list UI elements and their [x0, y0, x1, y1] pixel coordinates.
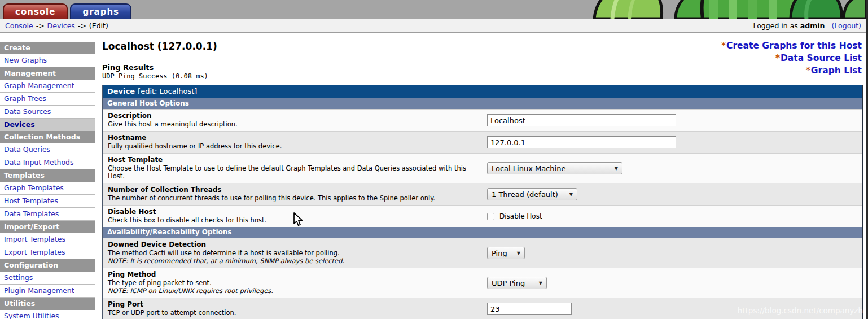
chevron-down-icon: ▼ [517, 251, 520, 256]
breadcrumb-console[interactable]: Console [5, 21, 33, 30]
select-value: Local Linux Machine [492, 164, 565, 173]
required-asterisk: * [775, 53, 780, 63]
field-label: Number of Collection Threads [108, 186, 480, 194]
sidebar-item-settings[interactable]: Settings [0, 272, 95, 285]
link-graph-list[interactable]: Graph List [811, 65, 862, 76]
disable-host-checkbox[interactable] [487, 213, 494, 220]
main-tabs: console graphs [3, 3, 134, 19]
field-description: Disable HostCheck this box to disable al… [103, 206, 485, 227]
sidebar-item-new-graphs[interactable]: New Graphs [0, 54, 95, 67]
field-help-text: Check this box to disable all checks for… [108, 216, 480, 224]
csdn-watermark: https://blog.csdn.net/companyzh [738, 306, 863, 315]
session-user: admin [800, 21, 825, 30]
sidebar-item-graph-trees[interactable]: Graph Trees [0, 93, 95, 106]
sidebar-item-graph-templates[interactable]: Graph Templates [0, 182, 95, 195]
field-help-text: Choose the Host Template to use to defin… [108, 164, 480, 180]
field-label: Description [108, 112, 480, 120]
form-row-number-of-collection-threads: Number of Collection ThreadsThe number o… [103, 183, 862, 205]
sidebar-item-plugin-management[interactable]: Plugin Management [0, 285, 95, 298]
field-description: HostnameFully qualified hostname or IP a… [103, 132, 485, 153]
field-help-text: TCP or UDP port to attempt connection. [108, 309, 480, 317]
form-row-ping-method: Ping MethodThe type of ping packet to se… [103, 268, 862, 298]
field-label: Hostname [108, 134, 480, 142]
cactus-logo-graphic [590, 0, 866, 19]
cacti-app-window: console graphs Console->Devices->(Edit) … [0, 0, 868, 319]
host-actions: *Create Graphs for this Host*Data Source… [721, 40, 862, 77]
checkbox-label: Disable Host [499, 212, 542, 220]
tab-graphs[interactable]: graphs [70, 3, 131, 19]
section-header-general-host-options: General Host Options [103, 98, 862, 109]
ping-method-select[interactable]: UDP Ping▼ [487, 277, 547, 289]
field-help-text: Give this host a meaningful description. [108, 120, 480, 128]
number-of-collection-threads-select[interactable]: 1 Thread (default)▼ [487, 188, 577, 200]
ping-port-input[interactable] [487, 303, 572, 315]
form-row-description: DescriptionGive this host a meaningful d… [103, 109, 862, 131]
main-panel: Localhost (127.0.0.1) *Create Graphs for… [95, 33, 866, 319]
section-header-availability-reachability-options: Availability/Reachability Options [103, 227, 862, 238]
select-value: UDP Ping [492, 279, 525, 287]
chevron-down-icon: ▼ [569, 192, 573, 197]
breadcrumb-separator: -> [78, 21, 86, 30]
field-input-cell: Disable Host [485, 210, 862, 222]
field-description: Ping MethodThe type of ping packet to se… [103, 268, 485, 298]
sidebar-item-host-templates[interactable]: Host Templates [0, 195, 95, 208]
sidebar: CreateNew GraphsManagementGraph Manageme… [0, 33, 95, 319]
sidebar-item-configuration: Configuration [0, 259, 95, 272]
field-label: Ping Port [108, 300, 480, 309]
link-data-source-list[interactable]: Data Source List [781, 53, 862, 63]
field-help-text: The method Cacti will use to determine i… [108, 249, 480, 257]
description-input[interactable] [487, 114, 676, 126]
select-value: 1 Thread (default) [492, 190, 558, 199]
sidebar-item-data-templates[interactable]: Data Templates [0, 208, 95, 221]
device-form-subtitle: [edit: Localhost] [138, 87, 197, 95]
field-input-cell: Ping▼ [485, 244, 862, 261]
sidebar-item-data-sources[interactable]: Data Sources [0, 106, 95, 119]
device-form-title: Device [107, 87, 135, 95]
sidebar-item-export-templates[interactable]: Export Templates [0, 246, 95, 259]
downed-device-detection-select[interactable]: Ping▼ [487, 247, 525, 259]
action-data-source-list: *Data Source List [721, 52, 862, 64]
field-label: Ping Method [108, 270, 480, 279]
field-label: Disable Host [108, 208, 480, 216]
field-label: Downed Device Detection [108, 241, 480, 249]
chevron-down-icon: ▼ [615, 166, 618, 171]
field-note: NOTE: It is recommended that, at a minim… [108, 257, 480, 265]
field-help-text: The type of ping packet to sent. [108, 279, 480, 287]
breadcrumb-bar: Console->Devices->(Edit) Logged in asadm… [0, 19, 866, 33]
sidebar-item-utilities: Utilities [0, 298, 95, 310]
top-banner: console graphs [0, 0, 866, 19]
field-description: Downed Device DetectionThe method Cacti … [103, 238, 485, 268]
field-note: NOTE: ICMP on Linux/UNIX requires root p… [108, 287, 480, 295]
action-create-graphs-for-this-host: *Create Graphs for this Host [721, 40, 862, 52]
field-description: DescriptionGive this host a meaningful d… [103, 110, 485, 131]
sidebar-item-import-templates[interactable]: Import Templates [0, 233, 95, 246]
action-graph-list: *Graph List [721, 64, 862, 77]
sidebar-item-templates: Templates [0, 169, 95, 182]
sidebar-item-data-queries[interactable]: Data Queries [0, 143, 95, 156]
breadcrumb-edit: (Edit) [89, 21, 108, 30]
field-description: Ping PortTCP or UDP port to attempt conn… [103, 298, 485, 319]
breadcrumb-devices[interactable]: Devices [47, 21, 75, 30]
required-asterisk: * [806, 65, 810, 76]
form-row-disable-host: Disable HostCheck this box to disable al… [103, 205, 862, 227]
device-form-header: Device[edit: Localhost] [103, 85, 862, 98]
sidebar-item-collection-methods: Collection Methods [0, 131, 95, 143]
tab-console[interactable]: console [3, 3, 68, 19]
session-info: Logged in asadmin (Logout) [753, 21, 861, 30]
field-label: Host Template [108, 156, 480, 164]
field-input-cell: UDP Ping▼ [485, 274, 862, 291]
hostname-input[interactable] [487, 136, 676, 148]
sidebar-item-devices[interactable]: Devices [0, 119, 95, 131]
logout-link[interactable]: (Logout) [831, 21, 861, 30]
field-description: Host TemplateChoose the Host Template to… [103, 154, 485, 183]
sidebar-item-data-input-methods[interactable]: Data Input Methods [0, 156, 95, 169]
device-edit-form: Device[edit: Localhost] General Host Opt… [102, 85, 863, 319]
field-help-text: Fully qualified hostname or IP address f… [108, 142, 480, 150]
content-area: CreateNew GraphsManagementGraph Manageme… [0, 33, 866, 319]
host-template-select[interactable]: Local Linux Machine▼ [487, 162, 622, 174]
breadcrumb: Console->Devices->(Edit) [5, 21, 108, 30]
link-create-graphs-for-this-host[interactable]: Create Graphs for this Host [726, 41, 862, 51]
form-row-hostname: HostnameFully qualified hostname or IP a… [103, 131, 862, 153]
sidebar-item-system-utilities[interactable]: System Utilities [0, 310, 95, 319]
sidebar-item-graph-management[interactable]: Graph Management [0, 80, 95, 93]
